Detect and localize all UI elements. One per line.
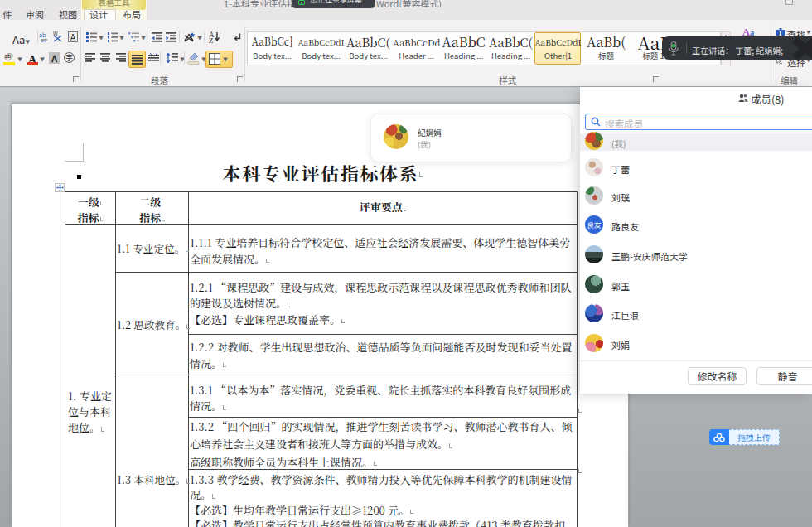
svg-text:ab: ab	[4, 51, 11, 60]
svg-text:ab: ab	[39, 31, 46, 39]
